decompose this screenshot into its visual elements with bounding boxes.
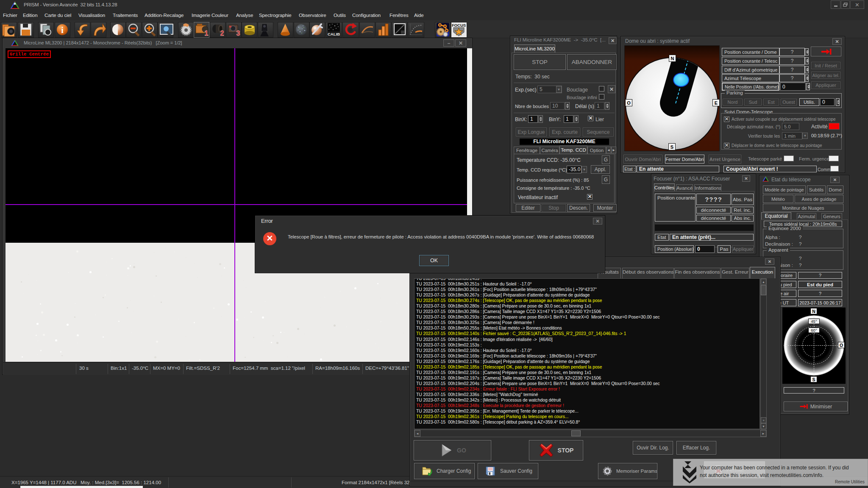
svg-text:CALIB: CALIB xyxy=(328,32,340,36)
svg-text:3: 3 xyxy=(236,30,240,37)
svg-text:i: i xyxy=(61,25,64,35)
svg-text:2: 2 xyxy=(220,30,224,37)
svg-text:1: 1 xyxy=(205,30,209,37)
svg-text:FOCUS: FOCUS xyxy=(452,23,466,28)
